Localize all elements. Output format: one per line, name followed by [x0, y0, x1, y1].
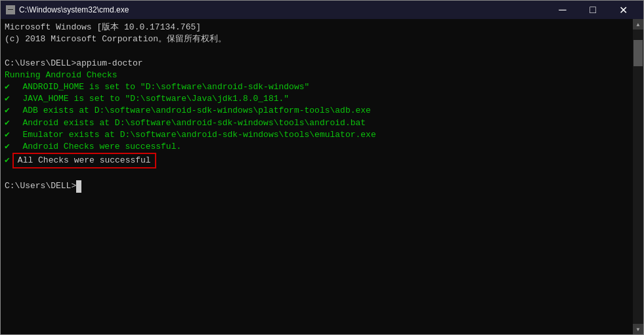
cmd-window: C:\Windows\system32\cmd.exe ─ □ ✕ Micros…	[0, 0, 644, 335]
title-bar-left: C:\Windows\system32\cmd.exe	[6, 5, 129, 14]
check-text-5: Emulator exists at D:\software\android-s…	[12, 129, 376, 141]
maximize-button[interactable]: □	[578, 1, 608, 19]
window-controls: ─ □ ✕	[547, 1, 638, 19]
svg-rect-1	[8, 9, 13, 10]
check-text-4: Android exists at D:\software\android-sd…	[12, 117, 366, 129]
line-check-2: ✔ JAVA_HOME is set to "D:\software\Java\…	[5, 93, 629, 105]
scrollbar-thumb[interactable]	[633, 40, 643, 66]
line-check-5: ✔ Emulator exists at D:\software\android…	[5, 129, 629, 141]
close-button[interactable]: ✕	[608, 1, 638, 19]
minimize-button[interactable]: ─	[547, 1, 578, 19]
line-check-6: ✔ Android Checks were successful.	[5, 141, 629, 153]
check-icon-5: ✔	[5, 129, 10, 141]
scrollbar: ▲ ▼	[633, 19, 643, 334]
check-text-6: Android Checks were successful.	[12, 141, 181, 153]
line-prompt: C:\Users\DELL>	[5, 180, 629, 192]
line-1-text: Microsoft Windows [版本 10.0.17134.765]	[5, 22, 201, 33]
line-check-4: ✔ Android exists at D:\software\android-…	[5, 117, 629, 129]
terminal-content: Microsoft Windows [版本 10.0.17134.765] (c…	[1, 19, 633, 334]
check-icon-4: ✔	[5, 117, 10, 129]
window-title: C:\Windows\system32\cmd.exe	[19, 5, 129, 14]
scroll-down-button[interactable]: ▼	[633, 324, 643, 334]
prompt-text: C:\Users\DELL>	[5, 180, 76, 192]
line-section: Running Android Checks	[5, 69, 629, 81]
check-text-1: ANDROID_HOME is set to "D:\software\andr…	[12, 81, 309, 93]
line-check-1: ✔ ANDROID_HOME is set to "D:\software\an…	[5, 81, 629, 93]
check-icon-2: ✔	[5, 93, 10, 105]
check-icon-1: ✔	[5, 81, 10, 93]
title-bar: C:\Windows\system32\cmd.exe ─ □ ✕	[1, 1, 643, 19]
line-check-3: ✔ ADB exists at D:\software\android-sdk-…	[5, 105, 629, 117]
line-2-text: (c) 2018 Microsoft Corporation。保留所有权利。	[5, 33, 226, 45]
all-checks-line: ✔ All Checks were successful	[5, 153, 629, 168]
all-checks-box: All Checks were successful	[12, 153, 156, 168]
section-text: Running Android Checks	[5, 69, 118, 81]
scroll-up-button[interactable]: ▲	[633, 19, 643, 30]
line-empty-1	[5, 45, 629, 57]
terminal-body: Microsoft Windows [版本 10.0.17134.765] (c…	[1, 19, 643, 334]
line-3-text: C:\Users\DELL>appium-doctor	[5, 58, 143, 69]
line-2: (c) 2018 Microsoft Corporation。保留所有权利。	[5, 33, 629, 45]
check-text-3: ADB exists at D:\software\android-sdk-wi…	[12, 105, 371, 117]
line-empty-2	[5, 168, 629, 180]
line-1: Microsoft Windows [版本 10.0.17134.765]	[5, 22, 629, 33]
cursor	[76, 180, 81, 192]
check-icon-6: ✔	[5, 141, 10, 153]
check-text-2: JAVA_HOME is set to "D:\software\Java\jd…	[12, 93, 289, 105]
check-icon-3: ✔	[5, 105, 10, 117]
line-3: C:\Users\DELL>appium-doctor	[5, 58, 629, 69]
check-icon-all: ✔	[5, 155, 10, 167]
window-icon	[6, 5, 15, 14]
